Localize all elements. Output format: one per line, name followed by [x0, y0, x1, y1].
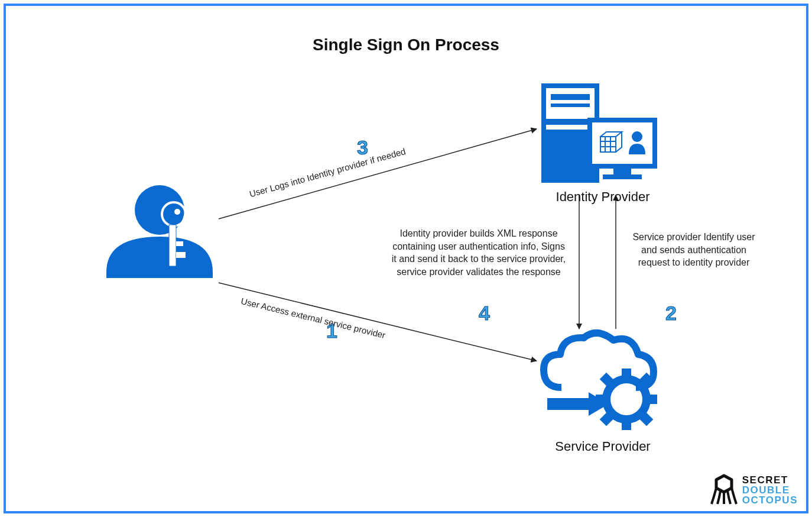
user-key-icon	[106, 185, 213, 278]
step-description-4: Identity provider builds XML response co…	[390, 227, 567, 278]
step-description-2: Service provider Identify user and sends…	[629, 231, 759, 269]
step-number-2: 2	[665, 302, 677, 325]
svg-rect-20	[596, 395, 605, 404]
brand-text: SECRET DOUBLE OCTOPUS	[742, 475, 798, 505]
svg-rect-18	[622, 369, 631, 378]
svg-rect-13	[603, 175, 642, 179]
svg-point-15	[632, 131, 642, 142]
brand-line-3: OCTOPUS	[742, 495, 798, 505]
identity-provider-label: Identity Provider	[538, 189, 668, 205]
service-provider-icon	[544, 333, 657, 430]
service-provider-label: Service Provider	[538, 439, 668, 454]
svg-rect-5	[176, 252, 186, 258]
svg-point-17	[606, 379, 647, 419]
svg-rect-3	[169, 225, 176, 266]
arrow-step-3	[219, 129, 537, 219]
brand-logo: SECRET DOUBLE OCTOPUS	[710, 473, 798, 506]
brand-line-1: SECRET	[742, 475, 798, 485]
svg-rect-8	[551, 104, 590, 107]
octopus-icon	[710, 473, 738, 506]
step-number-4: 4	[479, 302, 490, 325]
svg-rect-21	[648, 395, 657, 404]
svg-rect-16	[547, 398, 589, 410]
svg-rect-4	[176, 241, 183, 246]
svg-rect-19	[622, 421, 631, 430]
svg-rect-12	[613, 166, 631, 175]
step-number-3: 3	[357, 136, 368, 159]
svg-rect-7	[551, 94, 590, 100]
svg-point-2	[174, 209, 180, 215]
brand-line-2: DOUBLE	[742, 485, 798, 495]
identity-provider-icon	[544, 86, 655, 180]
